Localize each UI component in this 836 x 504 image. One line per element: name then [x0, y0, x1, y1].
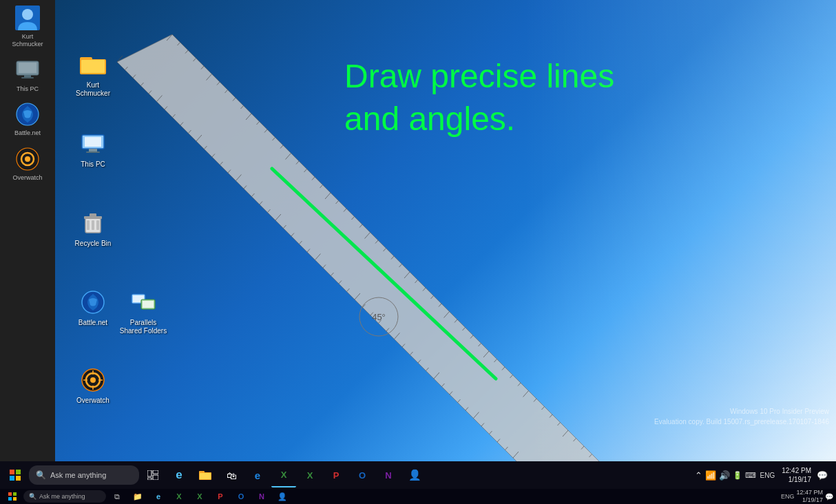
svg-rect-146: [81, 60, 105, 73]
svg-line-53: [236, 175, 242, 181]
battlenet-sidebar-label: Battle.net: [14, 129, 41, 137]
svg-line-124: [574, 439, 576, 441]
svg-line-59: [260, 202, 262, 204]
svg-line-29: [141, 83, 144, 85]
svg-line-96: [463, 328, 466, 330]
svg-line-86: [423, 288, 426, 291]
taskbar-ppt[interactable]: P: [324, 463, 348, 487]
taskbar-ie[interactable]: e: [245, 463, 270, 487]
search-icon: 🔍: [36, 470, 46, 480]
taskbar-outlook[interactable]: O: [350, 463, 375, 487]
t2-time: 12:47 PM: [796, 489, 823, 496]
taskbar-edge[interactable]: e: [167, 463, 191, 487]
overwatch-icon: [79, 366, 107, 394]
svg-line-100: [479, 344, 481, 346]
svg-line-104: [494, 359, 497, 362]
taskbar-explorer[interactable]: [193, 463, 218, 487]
t2-search-label: Ask me anything: [39, 493, 85, 500]
t2-outlook[interactable]: O: [231, 490, 251, 503]
svg-line-109: [458, 399, 461, 402]
t2-notif[interactable]: 💬: [825, 493, 833, 501]
desktop-icon-parallels[interactable]: ParallelsShared Folders: [116, 286, 171, 338]
t2-lang[interactable]: ENG: [781, 493, 795, 500]
t2-excel1[interactable]: X: [169, 490, 189, 503]
svg-line-32: [207, 74, 212, 81]
watermark-line1: Windows 10 Pro Insider Preview: [654, 406, 829, 417]
tray-lang[interactable]: ENG: [759, 472, 777, 479]
t2-people[interactable]: 👤: [273, 490, 292, 503]
t2-clock[interactable]: 12:47 PM 1/19/17: [796, 489, 823, 504]
svg-line-45: [205, 146, 207, 149]
taskbar-people[interactable]: 👤: [402, 463, 427, 487]
search-label: Ask me anything: [50, 471, 106, 479]
svg-marker-17: [117, 34, 647, 461]
watermark-line2: Evaluation copy. Build 15007.rs_prerelea…: [654, 417, 829, 427]
svg-line-70: [359, 224, 362, 227]
svg-line-83: [355, 293, 360, 300]
sidebar-item-user[interactable]: KurtSchmucker: [1, 0, 54, 52]
desktop-icon-recycle[interactable]: Recycle Bin: [65, 207, 121, 251]
svg-rect-168: [19, 63, 36, 73]
t2-tray: ENG 12:47 PM 1/19/17 💬: [781, 489, 833, 504]
desktop-icon-battlenet[interactable]: Battle.net: [65, 286, 121, 330]
desktop-icon-overwatch[interactable]: Overwatch: [65, 364, 121, 408]
taskbar-excel1[interactable]: X: [271, 463, 296, 487]
tray-clock[interactable]: 12:42 PM 1/19/17: [779, 466, 814, 484]
t2-onenote[interactable]: N: [252, 490, 271, 503]
svg-line-97: [410, 352, 413, 355]
t2-search[interactable]: 🔍 Ask me anything: [23, 490, 106, 503]
tray-notification[interactable]: 💬: [817, 470, 828, 481]
svg-line-64: [336, 201, 339, 204]
t2-date: 1/19/17: [802, 496, 823, 504]
svg-point-174: [25, 156, 30, 162]
svg-line-112: [523, 391, 529, 397]
tray-time: 12:42 PM: [782, 466, 811, 475]
svg-rect-153: [92, 220, 94, 230]
svg-line-76: [384, 249, 386, 251]
desktop-icon-thispc[interactable]: This PC: [65, 127, 121, 171]
svg-line-47: [212, 154, 215, 157]
svg-rect-180: [153, 470, 158, 474]
sidebar-item-thispc[interactable]: This PC: [1, 52, 54, 97]
sidebar-item-overwatch[interactable]: Overwatch: [1, 141, 54, 186]
taskbar-search[interactable]: 🔍 Ask me anything: [29, 465, 139, 485]
desktop-icon-kurt[interactable]: KurtSchmucker: [65, 48, 121, 101]
svg-line-49: [220, 162, 223, 165]
taskbar-duplicate: 🔍 Ask me anything ⧉ 📁 e X X P O N 👤 ENG …: [0, 489, 836, 504]
task-view-button[interactable]: [140, 463, 165, 487]
tray-keyboard[interactable]: ⌨: [745, 471, 756, 480]
desktop: Draw precise lines and angles. /* ticks …: [55, 0, 836, 461]
windows-watermark: Windows 10 Pro Insider Preview Evaluatio…: [654, 406, 829, 427]
taskbar: 🔍 Ask me anything e 🛍 e X X P O N 👤 ⌃ 📶 …: [0, 461, 836, 489]
taskbar-excel2[interactable]: X: [297, 463, 322, 487]
svg-line-128: [589, 454, 592, 457]
t2-taskview[interactable]: ⧉: [107, 490, 127, 503]
svg-line-78: [391, 256, 394, 259]
svg-line-71: [307, 249, 310, 252]
tray-battery[interactable]: 🔋: [733, 471, 742, 480]
svg-rect-149: [89, 149, 97, 151]
t2-ppt[interactable]: P: [211, 490, 230, 503]
tray-network[interactable]: 📶: [705, 470, 716, 481]
thispc-sidebar-label: This PC: [17, 85, 39, 93]
svg-line-117: [490, 431, 492, 434]
battlenet-icon: [79, 288, 107, 316]
tray-volume[interactable]: 🔊: [719, 470, 730, 481]
start-button[interactable]: [3, 463, 28, 487]
t2-start[interactable]: [3, 490, 22, 503]
svg-line-107: [450, 392, 452, 395]
svg-line-55: [244, 186, 247, 189]
svg-line-77: [331, 273, 334, 275]
taskbar-onenote[interactable]: N: [376, 463, 401, 487]
tray-chevron[interactable]: ⌃: [695, 470, 702, 481]
t2-ie[interactable]: e: [149, 490, 168, 503]
t2-explorer[interactable]: 📁: [128, 490, 147, 503]
svg-line-108: [510, 375, 513, 378]
t2-excel2[interactable]: X: [190, 490, 209, 503]
svg-line-44: [257, 122, 260, 125]
sidebar-item-battlenet[interactable]: Battle.net: [1, 96, 54, 141]
taskbar-store[interactable]: 🛍: [219, 463, 244, 487]
svg-line-94: [454, 319, 457, 322]
svg-line-92: [444, 312, 450, 318]
svg-line-121: [505, 447, 508, 450]
